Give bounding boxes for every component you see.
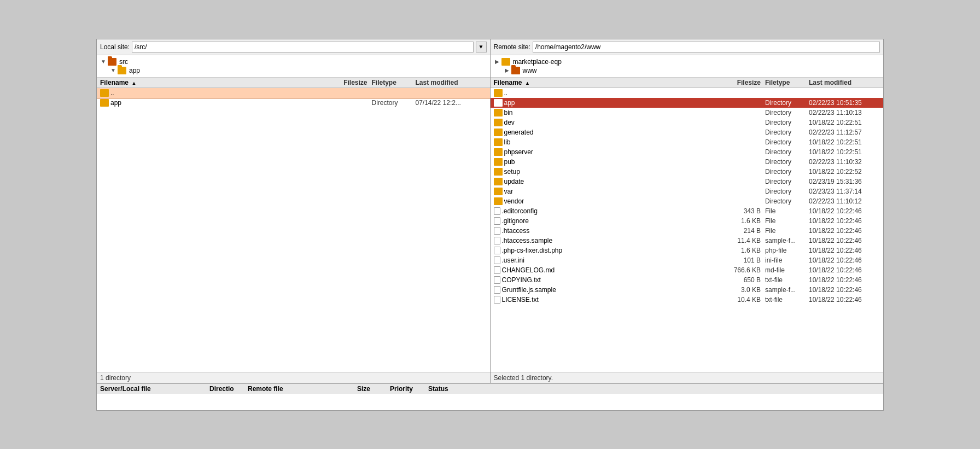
copying-icon bbox=[494, 276, 500, 284]
remote-file-row-license[interactable]: LICENSE.txt 10.4 KB txt-file 10/18/22 10… bbox=[491, 295, 884, 305]
lib-icon bbox=[494, 138, 503, 146]
remote-file-row-update[interactable]: update Directory 02/23/19 15:31:36 bbox=[491, 177, 884, 186]
dev-icon bbox=[494, 119, 503, 126]
main-window: Local site: ▼ ▼ src ▼ app Filename bbox=[96, 39, 884, 411]
remote-status-bar: Selected 1 directory. bbox=[491, 372, 884, 383]
queue-col-priority: Priority bbox=[390, 385, 428, 393]
queue-area bbox=[97, 394, 883, 410]
remote-file-row-pub[interactable]: pub Directory 02/22/23 11:10:32 bbox=[491, 157, 884, 167]
remote-file-row-setup[interactable]: setup Directory 10/18/22 10:22:52 bbox=[491, 167, 884, 177]
local-col-filename[interactable]: Filename ▲ bbox=[100, 79, 328, 86]
remote-file-row-generated[interactable]: generated Directory 02/22/23 11:12:57 bbox=[491, 127, 884, 137]
local-tree: ▼ src ▼ app bbox=[97, 55, 490, 78]
filename-sort-arrow: ▲ bbox=[131, 80, 136, 86]
remote-file-row-app[interactable]: app Directory 02/22/23 10:51:35 bbox=[491, 98, 884, 108]
local-col-lastmod[interactable]: Last modified bbox=[416, 79, 487, 86]
src-folder-icon bbox=[108, 58, 116, 66]
queue-col-server: Server/Local file bbox=[100, 385, 209, 393]
queue-col-remote: Remote file bbox=[248, 385, 357, 393]
remote-col-filename[interactable]: Filename ▲ bbox=[494, 79, 722, 86]
user-ini-icon bbox=[494, 256, 500, 264]
gitignore-icon bbox=[494, 217, 500, 225]
remote-file-row-editorconfig[interactable]: .editorconfig 343 B File 10/18/22 10:22:… bbox=[491, 206, 884, 216]
marketplace-toggle[interactable]: ▶ bbox=[494, 59, 500, 65]
remote-file-row-htaccess-sample[interactable]: .htaccess.sample 11.4 KB sample-f... 10/… bbox=[491, 236, 884, 246]
bin-icon bbox=[494, 109, 503, 116]
app-icon bbox=[100, 99, 109, 107]
queue-col-size: Size bbox=[357, 385, 390, 393]
local-path-dropdown[interactable]: ▼ bbox=[476, 42, 487, 53]
local-pane: Local site: ▼ ▼ src ▼ app Filename bbox=[97, 39, 491, 383]
local-tree-app[interactable]: ▼ app bbox=[97, 66, 490, 75]
remote-site-label: Remote site: bbox=[494, 43, 530, 51]
www-toggle[interactable]: ▶ bbox=[504, 67, 510, 73]
local-file-row-dotdot[interactable]: .. bbox=[97, 88, 490, 98]
marketplace-label: marketplace-eqp bbox=[513, 58, 562, 66]
editorconfig-icon bbox=[494, 207, 500, 215]
local-path-input[interactable] bbox=[132, 42, 473, 53]
htaccess-icon bbox=[494, 227, 500, 235]
remote-file-row-bin[interactable]: bin Directory 02/22/23 11:10:13 bbox=[491, 108, 884, 118]
remote-file-row-htaccess[interactable]: .htaccess 214 B File 10/18/22 10:22:46 bbox=[491, 226, 884, 236]
remote-file-row-user-ini[interactable]: .user.ini 101 B ini-file 10/18/22 10:22:… bbox=[491, 255, 884, 265]
vendor-icon bbox=[494, 197, 503, 205]
app-label: app bbox=[129, 67, 140, 74]
queue-col-direction: Directio bbox=[209, 385, 248, 393]
changelog-icon bbox=[494, 266, 500, 274]
remote-file-row-lib[interactable]: lib Directory 10/18/22 10:22:51 bbox=[491, 137, 884, 147]
remote-file-row-vendor[interactable]: vendor Directory 02/22/23 11:10:12 bbox=[491, 196, 884, 206]
remote-dotdot-icon bbox=[494, 89, 503, 97]
dotdot-folder-icon bbox=[100, 89, 109, 97]
gruntfile-icon bbox=[494, 286, 500, 294]
local-site-label: Local site: bbox=[100, 43, 130, 51]
remote-file-list: .. app Directory 02/22/23 10:51:35 bbox=[491, 88, 884, 372]
app-toggle[interactable]: ▼ bbox=[110, 67, 116, 73]
remote-tree-marketplace[interactable]: ▶ marketplace-eqp bbox=[491, 57, 884, 66]
local-file-row-app[interactable]: app Directory 07/14/22 12:2... bbox=[97, 98, 490, 108]
local-col-filetype[interactable]: Filetype bbox=[372, 79, 416, 86]
remote-col-lastmod[interactable]: Last modified bbox=[809, 79, 880, 86]
remote-file-row-copying[interactable]: COPYING.txt 650 B txt-file 10/18/22 10:2… bbox=[491, 275, 884, 285]
remote-file-row-gruntfile[interactable]: Gruntfile.js.sample 3.0 KB sample-f... 1… bbox=[491, 285, 884, 295]
remote-pane-header: Remote site: bbox=[491, 39, 884, 55]
local-file-list: .. app Directory 07/14/22 12:2... bbox=[97, 88, 490, 372]
remote-file-row-dev[interactable]: dev Directory 10/18/22 10:22:51 bbox=[491, 118, 884, 127]
local-tree-src[interactable]: ▼ src bbox=[97, 57, 490, 66]
htaccess-sample-icon bbox=[494, 237, 500, 244]
remote-app-icon bbox=[494, 99, 503, 107]
license-icon bbox=[494, 296, 500, 304]
var-icon bbox=[494, 188, 503, 195]
remote-file-row-phpserver[interactable]: phpserver Directory 10/18/22 10:22:51 bbox=[491, 147, 884, 157]
src-toggle[interactable]: ▼ bbox=[100, 59, 107, 65]
update-icon bbox=[494, 178, 503, 185]
local-pane-header: Local site: ▼ bbox=[97, 39, 490, 55]
remote-col-filetype[interactable]: Filetype bbox=[765, 79, 809, 86]
remote-pane: Remote site: ▶ marketplace-eqp ▶ www Fil… bbox=[491, 39, 884, 383]
panes-row: Local site: ▼ ▼ src ▼ app Filename bbox=[97, 39, 883, 383]
remote-file-row-php-cs-fixer[interactable]: .php-cs-fixer.dist.php 1.6 KB php-file 1… bbox=[491, 246, 884, 255]
phpserver-icon bbox=[494, 148, 503, 156]
generated-icon bbox=[494, 129, 503, 136]
local-status-bar: 1 directory bbox=[97, 372, 490, 383]
local-col-filesize[interactable]: Filesize bbox=[328, 79, 372, 86]
src-label: src bbox=[119, 58, 128, 66]
remote-file-row-dotdot[interactable]: .. bbox=[491, 88, 884, 98]
queue-col-status: Status bbox=[428, 385, 472, 393]
remote-file-row-changelog[interactable]: CHANGELOG.md 766.6 KB md-file 10/18/22 1… bbox=[491, 265, 884, 275]
remote-tree-www[interactable]: ▶ www bbox=[491, 66, 884, 75]
remote-filename-sort-arrow: ▲ bbox=[525, 80, 530, 86]
www-folder-icon bbox=[511, 67, 520, 74]
setup-icon bbox=[494, 168, 503, 176]
php-cs-fixer-icon bbox=[494, 247, 500, 254]
remote-tree: ▶ marketplace-eqp ▶ www bbox=[491, 55, 884, 78]
queue-header: Server/Local file Directio Remote file S… bbox=[97, 383, 883, 394]
marketplace-folder-icon bbox=[501, 58, 510, 66]
app-folder-icon bbox=[118, 67, 126, 74]
remote-path-input[interactable] bbox=[533, 42, 880, 53]
pub-icon bbox=[494, 158, 503, 166]
www-label: www bbox=[523, 67, 537, 74]
remote-file-row-gitignore[interactable]: .gitignore 1.6 KB File 10/18/22 10:22:46 bbox=[491, 216, 884, 226]
remote-col-filesize[interactable]: Filesize bbox=[721, 79, 765, 86]
remote-col-headers: Filename ▲ Filesize Filetype Last modifi… bbox=[491, 78, 884, 88]
remote-file-row-var[interactable]: var Directory 02/23/23 11:37:14 bbox=[491, 186, 884, 196]
